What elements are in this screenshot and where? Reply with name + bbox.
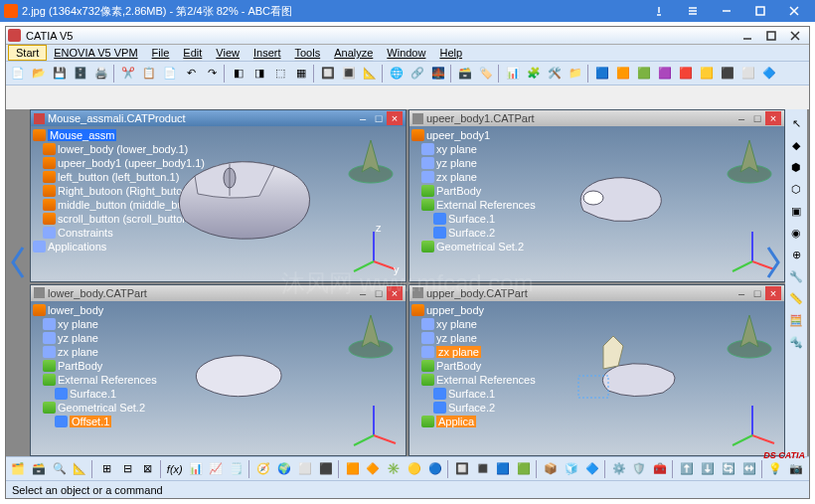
bt24[interactable]: 🟩 — [514, 459, 534, 479]
pane-minimize-icon[interactable]: – — [734, 286, 749, 300]
tb-btn7[interactable]: 📐 — [360, 64, 380, 84]
tb-cut-icon[interactable]: ✂️ — [118, 64, 138, 84]
bt31[interactable]: ⬆️ — [677, 459, 697, 479]
model-upper-body-exploded[interactable] — [549, 321, 698, 420]
rt-btn9[interactable]: 📏 — [786, 288, 806, 308]
tb-btn19[interactable]: 🟩 — [634, 64, 654, 84]
bt5[interactable]: ⊞ — [96, 459, 116, 479]
bt11[interactable]: 🗒️ — [227, 459, 246, 479]
tree-upper-body[interactable]: upper_body xy plane yz plane zx plane Pa… — [411, 303, 536, 428]
viewer-minimize-button[interactable] — [710, 0, 743, 22]
bt-fx[interactable]: f(x) — [165, 459, 185, 479]
bt22[interactable]: ◼️ — [473, 459, 493, 479]
rt-btn5[interactable]: ▣ — [786, 201, 806, 221]
bt4[interactable]: 📐 — [71, 459, 90, 479]
tb-btn5[interactable]: 🔲 — [318, 64, 338, 84]
tb-btn1[interactable]: ◧ — [229, 64, 248, 84]
tb-btn9[interactable]: 🔗 — [408, 64, 427, 84]
bt3[interactable]: 🔍 — [50, 459, 70, 479]
tb-btn6[interactable]: 🔳 — [339, 64, 359, 84]
bt13[interactable]: 🌍 — [274, 459, 294, 479]
viewer-pin-icon[interactable] — [642, 0, 676, 22]
pane-minimize-icon[interactable]: – — [734, 111, 749, 125]
bt10[interactable]: 📈 — [207, 459, 227, 479]
pane-close-icon[interactable]: × — [387, 111, 403, 125]
viewer-maximize-button[interactable] — [743, 0, 777, 22]
tb-redo-icon[interactable]: ↷ — [202, 64, 222, 84]
tb-paste-icon[interactable]: 📄 — [160, 64, 180, 84]
pane-maximize-icon[interactable]: □ — [749, 111, 765, 125]
menu-view[interactable]: View — [209, 46, 246, 60]
menu-analyze[interactable]: Analyze — [327, 46, 380, 60]
menu-file[interactable]: File — [145, 46, 177, 60]
rt-btn3[interactable]: ⬢ — [786, 157, 806, 177]
tb-btn10[interactable]: 🌉 — [428, 64, 448, 84]
bt27[interactable]: 🔷 — [582, 459, 602, 479]
tb-btn4[interactable]: ▦ — [291, 64, 311, 84]
bt36[interactable]: 📷 — [786, 459, 806, 479]
viewer-menu-icon[interactable] — [676, 0, 710, 22]
pane-maximize-icon[interactable]: □ — [371, 286, 387, 300]
bt17[interactable]: 🔶 — [363, 459, 383, 479]
bt14[interactable]: ⬜ — [295, 459, 315, 479]
catia-maximize-button[interactable] — [759, 28, 783, 44]
tb-btn21[interactable]: 🟥 — [676, 64, 696, 84]
tb-btn11[interactable]: 🗃️ — [455, 64, 475, 84]
menu-start[interactable]: Start — [8, 45, 47, 61]
bt26[interactable]: 🧊 — [562, 459, 581, 479]
viewer-next-arrow[interactable] — [761, 233, 785, 292]
model-mouse-assembly[interactable] — [160, 146, 329, 255]
bt19[interactable]: 🟡 — [405, 459, 424, 479]
tb-btn13[interactable]: 📊 — [503, 64, 523, 84]
pane-minimize-icon[interactable]: – — [355, 286, 371, 300]
bt23[interactable]: 🟦 — [493, 459, 513, 479]
tb-btn8[interactable]: 🌐 — [387, 64, 407, 84]
tb-copy-icon[interactable]: 📋 — [139, 64, 159, 84]
tb-print-icon[interactable]: 🖨️ — [91, 64, 111, 84]
model-lower-body[interactable] — [180, 341, 299, 411]
bt25[interactable]: 📦 — [541, 459, 561, 479]
compass-icon[interactable] — [344, 307, 398, 361]
rt-btn10[interactable]: 🧮 — [786, 310, 806, 330]
menu-tools[interactable]: Tools — [287, 46, 327, 60]
bt12[interactable]: 🧭 — [253, 459, 273, 479]
pane-titlebar[interactable]: Mouse_assmali.CATProduct – □ × — [31, 110, 406, 126]
tb-save-icon[interactable]: 💾 — [50, 64, 70, 84]
tb-btn23[interactable]: ⬛ — [718, 64, 737, 84]
menu-edit[interactable]: Edit — [176, 46, 209, 60]
bt35[interactable]: 💡 — [766, 459, 786, 479]
bt7[interactable]: ⊠ — [138, 459, 158, 479]
bt15[interactable]: ⬛ — [316, 459, 336, 479]
rt-btn8[interactable]: 🔧 — [786, 266, 806, 286]
compass-icon[interactable] — [344, 132, 398, 186]
rt-btn6[interactable]: ◉ — [786, 223, 806, 243]
tb-btn15[interactable]: 🛠️ — [545, 64, 565, 84]
tb-btn14[interactable]: 🧩 — [524, 64, 544, 84]
tb-btn25[interactable]: 🔷 — [759, 64, 779, 84]
tb-btn3[interactable]: ⬚ — [270, 64, 290, 84]
bt21[interactable]: 🔲 — [452, 459, 472, 479]
catia-close-button[interactable] — [783, 28, 807, 44]
bt2[interactable]: 🗃️ — [29, 459, 49, 479]
bt16[interactable]: 🟧 — [343, 459, 363, 479]
tb-btn18[interactable]: 🟧 — [613, 64, 633, 84]
bt34[interactable]: ↔️ — [739, 459, 759, 479]
tb-btn16[interactable]: 📁 — [566, 64, 585, 84]
rt-select-icon[interactable]: ↖ — [786, 113, 806, 133]
tb-btn22[interactable]: 🟨 — [697, 64, 717, 84]
tree-lower-body[interactable]: lower_body xy plane yz plane zx plane Pa… — [33, 303, 157, 428]
bt20[interactable]: 🔵 — [425, 459, 445, 479]
compass-icon[interactable] — [723, 132, 776, 186]
pane-close-icon[interactable]: × — [387, 286, 403, 300]
viewer-prev-arrow[interactable] — [6, 233, 30, 292]
pane-close-icon[interactable]: × — [765, 111, 781, 125]
tb-save2-icon[interactable]: 🗄️ — [71, 64, 90, 84]
bt29[interactable]: 🛡️ — [630, 459, 650, 479]
bt9[interactable]: 📊 — [186, 459, 206, 479]
bt6[interactable]: ⊟ — [117, 459, 137, 479]
menu-insert[interactable]: Insert — [246, 46, 288, 60]
pane-maximize-icon[interactable]: □ — [371, 111, 387, 125]
bt28[interactable]: ⚙️ — [609, 459, 629, 479]
menu-help[interactable]: Help — [432, 46, 469, 60]
bt18[interactable]: ✳️ — [384, 459, 404, 479]
